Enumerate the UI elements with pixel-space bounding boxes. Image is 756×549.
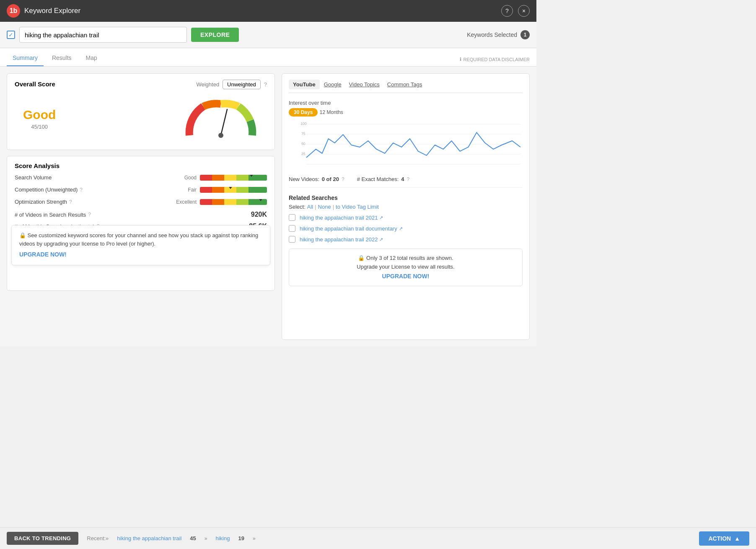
tab-map[interactable]: Map [80, 50, 103, 66]
close-button[interactable]: × [518, 5, 530, 17]
upgrade-overlay: 🔒 See customized keyword scores for your… [11, 225, 270, 265]
score-help-icon[interactable]: ? [264, 81, 267, 88]
related-checkbox-3[interactable] [289, 236, 295, 243]
app-logo: 1b [7, 4, 20, 18]
title-bar-actions: ? × [501, 5, 530, 17]
bar-orange [212, 187, 224, 193]
select-none-link[interactable]: None [318, 204, 331, 210]
help-button[interactable]: ? [501, 5, 513, 17]
bar-marker [249, 175, 254, 177]
related-checkbox-1[interactable] [289, 214, 295, 221]
metrics-row: New Videos: 0 of 20 ? # Exact Matches: 4… [289, 176, 523, 188]
checkbox-check-icon: ✓ [8, 31, 13, 38]
analysis-row-competition: Competition (Unweighted) ? Fair [15, 186, 267, 193]
to-video-tag-link[interactable]: to Video Tag Limit [336, 204, 379, 210]
competition-right: Fair [171, 187, 267, 193]
bar-marker-2 [228, 187, 233, 189]
upgrade-box-icon: 🔒 [358, 255, 365, 261]
right-tab-google[interactable]: Google [321, 80, 345, 89]
bar-orange [212, 175, 224, 181]
related-item-2: hiking the appalachian trail documentary… [289, 225, 523, 232]
upgrade-box-subtext: Upgrade your License to view all results… [296, 264, 515, 270]
upgrade-box-main-text: Only 3 of 12 total results are shown. [366, 255, 453, 261]
exact-matches-help[interactable]: ? [407, 176, 410, 182]
stat-videos-label: # of Videos in Search Results ? [15, 212, 91, 218]
search-volume-bar [200, 175, 267, 181]
upgrade-text: 🔒 See customized keyword scores for your… [19, 232, 258, 247]
related-link-2[interactable]: hiking the appalachian trail documentary… [300, 225, 403, 232]
related-item-1: hiking the appalachian trail 2021 ↗ [289, 214, 523, 221]
search-input[interactable] [19, 27, 187, 43]
search-checkbox[interactable]: ✓ [7, 31, 15, 39]
upgrade-now-link[interactable]: UPGRADE NOW! [19, 250, 262, 259]
score-toggle: Weighted Unweighted ? [196, 80, 267, 89]
score-number: 45/100 [23, 124, 56, 130]
interest-label: Interest over time [289, 100, 331, 106]
gauge-chart [183, 98, 259, 140]
overall-score-title: Overall Score [15, 80, 55, 88]
unweighted-label[interactable]: Unweighted [223, 80, 261, 89]
videos-help-icon[interactable]: ? [88, 212, 91, 218]
tab-summary[interactable]: Summary [7, 50, 44, 66]
right-tab-commontags[interactable]: Common Tags [384, 80, 426, 89]
overall-score-section: Overall Score Weighted Unweighted ? Good… [7, 73, 275, 150]
related-link-3[interactable]: hiking the appalachian trail 2022 ↗ [300, 236, 383, 243]
explore-button[interactable]: EXPLORE [191, 28, 239, 42]
optimization-right: Excellent [171, 199, 267, 205]
new-videos-label: New Videos: [289, 176, 319, 182]
new-videos-help[interactable]: ? [342, 176, 344, 182]
upgrade-box: 🔒 Only 3 of 12 total results are shown. … [289, 249, 523, 286]
analysis-row-search-volume: Search Volume Good [15, 174, 267, 181]
score-analysis-title: Score Analysis [15, 162, 267, 169]
score-good-label: Good [23, 108, 56, 122]
competition-label: Competition (Unweighted) ? [15, 186, 98, 193]
ext-icon-1: ↗ [379, 215, 383, 220]
btn-12-months[interactable]: 12 Months [320, 109, 343, 115]
chart-area: Interest over time 30 Days 12 Months 100… [289, 99, 523, 170]
search-volume-label: Search Volume [15, 174, 98, 181]
upgrade-box-text: 🔒 Only 3 of 12 total results are shown. [296, 255, 515, 261]
disclaimer: ℹ REQUIRED DATA DISCLAIMER [460, 57, 530, 66]
tab-results[interactable]: Results [46, 50, 78, 66]
svg-line-0 [221, 109, 227, 135]
bar-lime [236, 175, 249, 181]
score-display: Good 45/100 [15, 93, 267, 144]
search-volume-grade: Good [171, 175, 197, 181]
app-title: Keyword Explorer [24, 7, 501, 15]
related-item-3: hiking the appalachian trail 2022 ↗ [289, 236, 523, 243]
tabs-bar: Summary Results Map ℹ REQUIRED DATA DISC… [0, 48, 536, 67]
chart-header: Interest over time 30 Days 12 Months [289, 99, 523, 117]
keywords-badge: 1 [520, 30, 530, 39]
exact-matches-label: # Exact Matches: [357, 176, 399, 182]
select-sep1: | [315, 204, 316, 210]
left-panel: Overall Score Weighted Unweighted ? Good… [7, 73, 275, 340]
bar-red [200, 175, 212, 181]
svg-text:50: 50 [301, 142, 306, 146]
search-bar: ✓ EXPLORE Keywords Selected 1 [0, 22, 536, 48]
svg-text:100: 100 [300, 122, 307, 126]
bar-lime [236, 187, 249, 193]
btn-30-days[interactable]: 30 Days [289, 108, 318, 117]
competition-help-icon[interactable]: ? [80, 187, 83, 193]
right-tab-youtube[interactable]: YouTube [289, 80, 320, 89]
optimization-grade: Excellent [171, 199, 197, 205]
related-link-1[interactable]: hiking the appalachian trail 2021 ↗ [300, 215, 383, 221]
optimization-help-icon[interactable]: ? [69, 199, 72, 205]
overall-score-header: Overall Score Weighted Unweighted ? [15, 80, 267, 93]
score-analysis-section: Score Analysis Search Volume Good [7, 156, 275, 291]
bar-green [249, 199, 267, 205]
exact-matches-value: 4 [401, 176, 404, 182]
right-panel: YouTube Google Video Topics Common Tags … [282, 73, 530, 340]
select-all-link[interactable]: All [307, 204, 313, 210]
related-searches: Related Searches Select: All | None | to… [289, 194, 523, 286]
interest-chart: 100 75 50 25 [289, 120, 523, 170]
exact-matches-metric: # Exact Matches: 4 ? [357, 176, 410, 182]
bar-red [200, 199, 212, 205]
select-sep2: | [333, 204, 334, 210]
right-tab-videotopics[interactable]: Video Topics [346, 80, 383, 89]
gauge-svg [183, 98, 259, 140]
stat-videos-row: # of Videos in Search Results ? 920K [15, 211, 267, 218]
related-checkbox-2[interactable] [289, 225, 295, 232]
weighted-label[interactable]: Weighted [196, 81, 219, 88]
upgrade-box-link[interactable]: UPGRADE NOW! [382, 273, 430, 280]
